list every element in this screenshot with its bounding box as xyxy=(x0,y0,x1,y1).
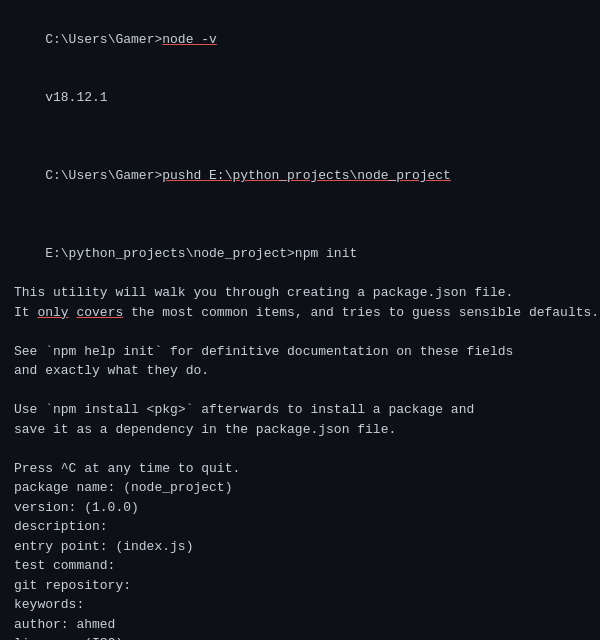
line-utility: This utility will walk you through creat… xyxy=(14,283,586,303)
cmd-node-v: node -v xyxy=(162,32,217,47)
blank-5 xyxy=(14,439,586,459)
prompt-3: E:\python_projects\node_project> xyxy=(45,246,295,261)
line-version-field: version: (1.0.0) xyxy=(14,498,586,518)
line-press-ctrl-c: Press ^C at any time to quit. xyxy=(14,459,586,479)
line-entry-point: entry point: (index.js) xyxy=(14,537,586,557)
word-covers: covers xyxy=(76,305,123,320)
line-save: save it as a dependency in the package.j… xyxy=(14,420,586,440)
line-use-npm: Use `npm install <pkg>` afterwards to in… xyxy=(14,400,586,420)
line-see-npm: See `npm help init` for definitive docum… xyxy=(14,342,586,362)
line-npm-init: E:\python_projects\node_project>npm init xyxy=(14,225,586,284)
line-pkg-name: package name: (node_project) xyxy=(14,478,586,498)
line-pushd: C:\Users\Gamer>pushd E:\python_projects\… xyxy=(14,147,586,206)
terminal-window: C:\Users\Gamer>node -v v18.12.1 C:\Users… xyxy=(0,0,600,640)
cmd-pushd: pushd E:\python_projects\node_project xyxy=(162,168,451,183)
line-exactly: and exactly what they do. xyxy=(14,361,586,381)
line-version: v18.12.1 xyxy=(14,69,586,128)
line-git-repo: git repository: xyxy=(14,576,586,596)
cmd-npm-init: npm init xyxy=(295,246,357,261)
line-test-cmd: test command: xyxy=(14,556,586,576)
version-output: v18.12.1 xyxy=(45,90,107,105)
line-only-covers: It only covers the most common items, an… xyxy=(14,303,586,323)
line-license: license: (ISC) xyxy=(14,634,586,640)
prompt-2: C:\Users\Gamer> xyxy=(45,168,162,183)
word-only: only xyxy=(37,305,68,320)
blank-1 xyxy=(14,127,586,147)
line-author: author: ahmed xyxy=(14,615,586,635)
blank-4 xyxy=(14,381,586,401)
line-node-v: C:\Users\Gamer>node -v xyxy=(14,10,586,69)
prompt-1: C:\Users\Gamer> xyxy=(45,32,162,47)
blank-2 xyxy=(14,205,586,225)
line-keywords: keywords: xyxy=(14,595,586,615)
line-description: description: xyxy=(14,517,586,537)
blank-3 xyxy=(14,322,586,342)
